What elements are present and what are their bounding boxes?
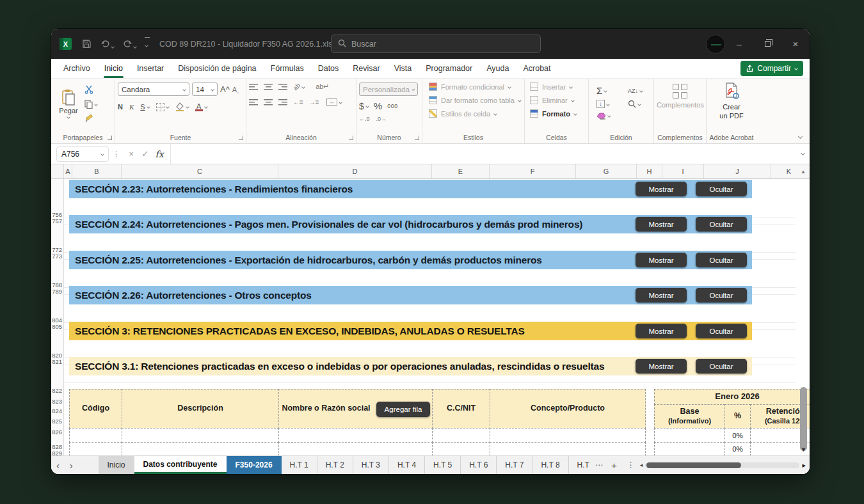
tab-programador[interactable]: Programador [419,59,479,78]
vertical-scrollbar-thumb[interactable] [800,387,807,451]
merge-center-button[interactable]: ↔ [326,98,342,106]
align-top-icon[interactable] [249,84,258,90]
mostrar-button[interactable]: Mostrar [636,253,687,267]
cell[interactable] [69,428,122,443]
clear-button[interactable] [596,112,619,120]
mostrar-button[interactable]: Mostrar [636,182,687,196]
column-header-j[interactable]: J [704,164,771,178]
prev-sheet-icon[interactable]: ‹ [51,456,65,474]
underline-button[interactable]: S [140,103,145,111]
cell[interactable] [122,428,279,443]
font-color-button[interactable]: A [195,102,207,111]
cell[interactable] [69,442,122,455]
mostrar-button[interactable]: Mostrar [636,288,687,303]
mostrar-button[interactable]: Mostrar [636,359,687,374]
mostrar-button[interactable]: Mostrar [636,324,687,338]
align-middle-icon[interactable] [264,84,273,90]
worksheet-grid[interactable]: 756 757 772 773 788 789 804 805 820 821 … [51,179,810,455]
tab-ayuda[interactable]: Ayuda [479,59,516,78]
align-bottom-icon[interactable] [278,84,287,90]
row-header[interactable]: 789 [51,288,62,295]
ocultar-button[interactable]: Ocultar [696,359,747,374]
format-cells-button[interactable]: Formato [530,109,586,118]
increase-decimal-button[interactable]: ←.0 [359,116,370,122]
tab-revisar[interactable]: Revisar [346,59,387,78]
ocultar-button[interactable]: Ocultar [696,217,747,232]
format-as-table-button[interactable]: Dar formato como tabla [429,96,522,104]
column-header-f[interactable]: F [490,164,576,178]
collapse-ribbon-icon[interactable] [798,134,803,139]
row-header[interactable]: 826 [51,429,62,436]
row-header[interactable]: 821 [51,358,62,365]
cell[interactable] [490,428,646,443]
cell-percent[interactable]: 0% [724,428,751,443]
grow-font-button[interactable]: A^ [220,84,230,94]
row-header[interactable]: 757 [51,217,62,224]
comma-format-button[interactable]: 000 [387,103,398,109]
share-button[interactable]: Compartir [740,61,803,76]
next-sheet-icon[interactable]: › [65,456,78,474]
row-header[interactable]: 829 [51,450,62,455]
cancel-icon[interactable]: × [124,149,138,159]
sheet-tab-ht2[interactable]: H.T 2 [317,456,353,474]
ocultar-button[interactable]: Ocultar [696,253,747,267]
minimize-button[interactable]: – [725,29,753,59]
redo-button[interactable] [123,40,136,48]
account-avatar[interactable] [706,35,725,54]
sheet-menu-icon[interactable]: ⋮ [622,456,640,474]
create-pdf-button[interactable]: Crear un PDF [709,83,754,121]
delete-cells-button[interactable]: Eliminar [530,96,586,104]
ocultar-button[interactable]: Ocultar [696,288,747,303]
align-right-icon[interactable] [278,99,287,106]
row-header[interactable]: 825 [51,418,62,425]
orientation-button[interactable]: ab [293,83,305,90]
font-size-select[interactable]: 14 [192,83,218,96]
save-icon[interactable] [82,39,92,49]
copy-icon[interactable] [84,100,97,109]
decrease-decimal-button[interactable]: .0→ [376,116,387,122]
horizontal-scrollbar-track[interactable] [645,462,799,468]
restore-button[interactable] [753,29,781,59]
search-input[interactable] [351,40,534,49]
add-sheet-button[interactable]: + [606,456,622,474]
tab-archivo[interactable]: Archivo [56,59,97,78]
insert-cells-button[interactable]: Insertar [530,83,586,91]
sheet-tab-ht6[interactable]: H.T 6 [461,456,497,474]
cell[interactable] [278,428,433,443]
agregar-fila-button[interactable]: Agregar fila [376,402,430,417]
sheet-tab-datos-contribuyente[interactable]: Datos contribuyente [134,456,227,474]
column-header-c[interactable]: C [122,164,278,178]
tab-disposicion[interactable]: Disposición de página [171,59,263,78]
dialog-launcher-icon[interactable] [415,136,419,140]
decrease-indent-icon[interactable]: ←≡ [293,98,303,106]
sheet-tab-ht3[interactable]: H.T 3 [353,456,389,474]
sheet-tab-ht7[interactable]: H.T 7 [497,456,532,474]
name-box[interactable]: A756 [56,146,109,162]
sheet-tab-ht5[interactable]: H.T 5 [425,456,461,474]
row-header[interactable]: 823 [51,398,62,405]
ocultar-button[interactable]: Ocultar [696,182,747,196]
sheet-tab-ht4[interactable]: H.T 4 [389,456,425,474]
currency-format-button[interactable]: $ [359,101,369,111]
align-left-icon[interactable] [249,99,258,106]
mostrar-button[interactable]: Mostrar [636,217,687,232]
horizontal-scrollbar[interactable]: ◂ ▸ [640,456,806,474]
sheet-tab-inicio[interactable]: Inicio [99,456,134,474]
tab-inicio[interactable]: Inicio [97,59,130,78]
sheet-tab-ht8[interactable]: H.T 8 [532,456,568,474]
sheet-tab-ht1[interactable]: H.T 1 [282,456,317,474]
tab-datos[interactable]: Datos [311,59,346,78]
percent-format-button[interactable]: % [374,100,382,111]
tab-overflow-icon[interactable]: ⋯ [592,456,606,474]
tab-vista[interactable]: Vista [387,59,419,78]
paste-button[interactable]: Pegar [54,89,83,118]
cell[interactable] [278,442,433,455]
search-box[interactable] [331,35,541,53]
close-button[interactable]: × [781,29,810,59]
align-center-icon[interactable] [264,99,273,106]
scroll-left-icon[interactable]: ◂ [640,462,643,468]
cell-base[interactable] [654,428,725,443]
tab-formulas[interactable]: Fórmulas [264,59,311,78]
tab-acrobat[interactable]: Acrobat [516,59,557,78]
dialog-launcher-icon[interactable] [349,136,353,140]
